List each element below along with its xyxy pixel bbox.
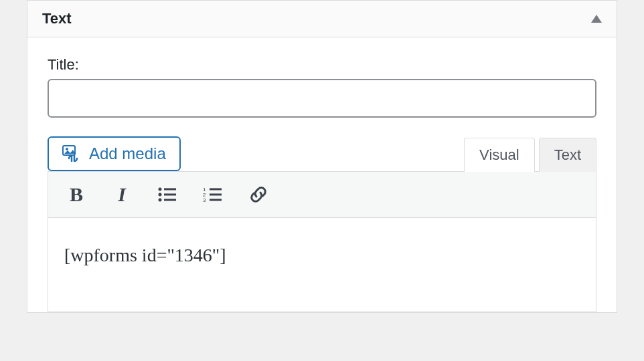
editor-wrap: B I 1 2 [48,171,596,312]
italic-button[interactable]: I [110,183,134,207]
add-media-label: Add media [89,144,166,163]
widget-title: Text [42,10,72,27]
svg-point-1 [66,148,68,150]
tab-visual[interactable]: Visual [464,138,535,172]
svg-point-2 [159,188,162,191]
editor-top-row: Add media Visual Text [48,136,596,171]
text-widget-panel: Text Title: Add media Visual [27,0,617,313]
svg-point-6 [159,199,162,202]
widget-header[interactable]: Text [27,1,617,37]
format-toolbar: B I 1 2 [48,172,596,218]
add-media-button[interactable]: Add media [48,136,181,171]
title-input[interactable] [48,79,596,118]
svg-rect-3 [164,189,176,191]
title-label: Title: [48,56,596,74]
editor-tabs: Visual Text [464,137,596,171]
editor-content[interactable]: [wpforms id="1346"] [48,218,596,312]
svg-rect-9 [210,189,222,191]
svg-rect-11 [210,194,222,196]
media-icon [62,145,81,162]
svg-rect-13 [210,199,222,201]
bullet-list-button[interactable] [155,183,179,207]
bold-button[interactable]: B [64,183,88,207]
link-button[interactable] [246,183,270,207]
collapse-icon [591,15,602,23]
widget-body: Title: Add media Visual Text [27,37,617,312]
svg-text:3: 3 [203,197,206,203]
svg-point-4 [159,193,162,197]
numbered-list-button[interactable]: 1 2 3 [201,183,225,207]
svg-rect-5 [164,194,176,196]
svg-rect-7 [164,199,176,201]
tab-text[interactable]: Text [539,138,596,172]
